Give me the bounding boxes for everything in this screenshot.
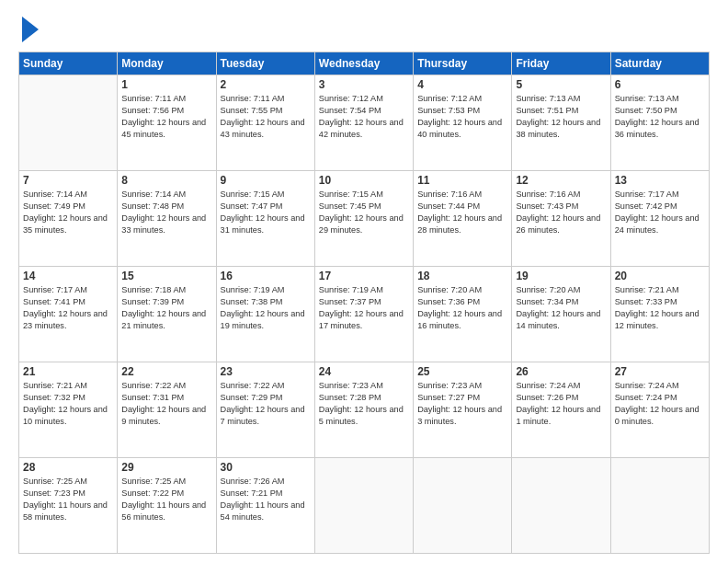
cell-sun-info: Sunrise: 7:14 AM Sunset: 7:49 PM Dayligh…	[23, 189, 113, 236]
header	[18, 15, 710, 42]
cell-sun-info: Sunrise: 7:21 AM Sunset: 7:33 PM Dayligh…	[615, 284, 705, 332]
cell-sun-info: Sunrise: 7:19 AM Sunset: 7:37 PM Dayligh…	[319, 284, 409, 332]
day-number: 18	[417, 270, 507, 282]
calendar-cell: 27Sunrise: 7:24 AM Sunset: 7:24 PM Dayli…	[610, 362, 709, 458]
cell-sun-info: Sunrise: 7:20 AM Sunset: 7:36 PM Dayligh…	[417, 284, 507, 332]
cell-sun-info: Sunrise: 7:22 AM Sunset: 7:29 PM Dayligh…	[221, 380, 311, 428]
day-header-sunday: Sunday	[19, 52, 118, 75]
day-header-monday: Monday	[118, 52, 216, 75]
day-number: 28	[23, 461, 113, 474]
calendar-cell: 4Sunrise: 7:12 AM Sunset: 7:53 PM Daylig…	[414, 75, 512, 171]
calendar-week-1: 1Sunrise: 7:11 AM Sunset: 7:56 PM Daylig…	[19, 75, 710, 171]
calendar-cell: 5Sunrise: 7:13 AM Sunset: 7:51 PM Daylig…	[512, 75, 610, 171]
day-number: 1	[121, 78, 211, 91]
calendar-cell	[414, 458, 512, 554]
cell-sun-info: Sunrise: 7:21 AM Sunset: 7:32 PM Dayligh…	[23, 380, 113, 428]
cell-sun-info: Sunrise: 7:16 AM Sunset: 7:44 PM Dayligh…	[417, 189, 507, 236]
cell-sun-info: Sunrise: 7:11 AM Sunset: 7:55 PM Dayligh…	[221, 93, 311, 141]
day-number: 30	[221, 461, 311, 474]
day-header-wednesday: Wednesday	[314, 52, 413, 75]
cell-sun-info: Sunrise: 7:17 AM Sunset: 7:42 PM Dayligh…	[615, 189, 705, 236]
day-number: 7	[23, 174, 113, 187]
day-number: 4	[417, 78, 507, 91]
cell-sun-info: Sunrise: 7:16 AM Sunset: 7:43 PM Dayligh…	[516, 189, 606, 236]
cell-sun-info: Sunrise: 7:15 AM Sunset: 7:47 PM Dayligh…	[221, 189, 311, 236]
calendar-cell: 28Sunrise: 7:25 AM Sunset: 7:23 PM Dayli…	[19, 458, 118, 554]
day-number: 12	[516, 174, 606, 187]
day-number: 6	[615, 78, 705, 91]
day-number: 11	[417, 174, 507, 187]
day-number: 21	[23, 365, 113, 378]
calendar-cell: 1Sunrise: 7:11 AM Sunset: 7:56 PM Daylig…	[118, 75, 216, 171]
day-number: 14	[23, 270, 113, 282]
calendar: SundayMondayTuesdayWednesdayThursdayFrid…	[18, 52, 710, 554]
cell-sun-info: Sunrise: 7:17 AM Sunset: 7:41 PM Dayligh…	[23, 284, 113, 332]
calendar-cell: 19Sunrise: 7:20 AM Sunset: 7:34 PM Dayli…	[512, 267, 610, 362]
cell-sun-info: Sunrise: 7:23 AM Sunset: 7:27 PM Dayligh…	[417, 380, 507, 428]
calendar-cell: 10Sunrise: 7:15 AM Sunset: 7:45 PM Dayli…	[314, 171, 413, 267]
day-header-tuesday: Tuesday	[216, 52, 314, 75]
cell-sun-info: Sunrise: 7:15 AM Sunset: 7:45 PM Dayligh…	[319, 189, 409, 236]
day-number: 22	[121, 365, 211, 378]
day-number: 2	[221, 78, 311, 91]
day-header-thursday: Thursday	[414, 52, 512, 75]
calendar-cell	[19, 75, 118, 171]
cell-sun-info: Sunrise: 7:11 AM Sunset: 7:56 PM Dayligh…	[121, 93, 211, 141]
day-number: 24	[319, 365, 409, 378]
logo-arrow-icon	[22, 17, 39, 42]
day-number: 5	[516, 78, 606, 91]
calendar-week-5: 28Sunrise: 7:25 AM Sunset: 7:23 PM Dayli…	[19, 458, 710, 554]
day-number: 9	[221, 174, 311, 187]
day-header-friday: Friday	[512, 52, 610, 75]
calendar-cell: 21Sunrise: 7:21 AM Sunset: 7:32 PM Dayli…	[19, 362, 118, 458]
day-number: 15	[121, 270, 211, 282]
calendar-cell: 30Sunrise: 7:26 AM Sunset: 7:21 PM Dayli…	[216, 458, 314, 554]
calendar-week-3: 14Sunrise: 7:17 AM Sunset: 7:41 PM Dayli…	[19, 267, 710, 362]
day-number: 10	[319, 174, 409, 187]
calendar-week-2: 7Sunrise: 7:14 AM Sunset: 7:49 PM Daylig…	[19, 171, 710, 267]
day-number: 29	[121, 461, 211, 474]
day-number: 19	[516, 270, 606, 282]
calendar-cell	[610, 458, 709, 554]
cell-sun-info: Sunrise: 7:25 AM Sunset: 7:22 PM Dayligh…	[121, 476, 211, 523]
calendar-cell: 29Sunrise: 7:25 AM Sunset: 7:22 PM Dayli…	[118, 458, 216, 554]
calendar-cell: 22Sunrise: 7:22 AM Sunset: 7:31 PM Dayli…	[118, 362, 216, 458]
calendar-cell: 14Sunrise: 7:17 AM Sunset: 7:41 PM Dayli…	[19, 267, 118, 362]
logo	[18, 15, 39, 42]
day-number: 23	[221, 365, 311, 378]
calendar-cell: 13Sunrise: 7:17 AM Sunset: 7:42 PM Dayli…	[610, 171, 709, 267]
day-number: 3	[319, 78, 409, 91]
day-number: 26	[516, 365, 606, 378]
day-number: 16	[221, 270, 311, 282]
cell-sun-info: Sunrise: 7:22 AM Sunset: 7:31 PM Dayligh…	[121, 380, 211, 428]
cell-sun-info: Sunrise: 7:24 AM Sunset: 7:24 PM Dayligh…	[615, 380, 705, 428]
cell-sun-info: Sunrise: 7:12 AM Sunset: 7:54 PM Dayligh…	[319, 93, 409, 141]
day-header-saturday: Saturday	[610, 52, 709, 75]
calendar-cell: 11Sunrise: 7:16 AM Sunset: 7:44 PM Dayli…	[414, 171, 512, 267]
calendar-cell: 20Sunrise: 7:21 AM Sunset: 7:33 PM Dayli…	[610, 267, 709, 362]
cell-sun-info: Sunrise: 7:19 AM Sunset: 7:38 PM Dayligh…	[221, 284, 311, 332]
calendar-cell: 12Sunrise: 7:16 AM Sunset: 7:43 PM Dayli…	[512, 171, 610, 267]
cell-sun-info: Sunrise: 7:18 AM Sunset: 7:39 PM Dayligh…	[121, 284, 211, 332]
calendar-cell: 24Sunrise: 7:23 AM Sunset: 7:28 PM Dayli…	[314, 362, 413, 458]
day-number: 8	[121, 174, 211, 187]
cell-sun-info: Sunrise: 7:25 AM Sunset: 7:23 PM Dayligh…	[23, 476, 113, 523]
day-number: 20	[615, 270, 705, 282]
calendar-cell: 17Sunrise: 7:19 AM Sunset: 7:37 PM Dayli…	[314, 267, 413, 362]
calendar-header-row: SundayMondayTuesdayWednesdayThursdayFrid…	[19, 52, 710, 75]
calendar-cell: 25Sunrise: 7:23 AM Sunset: 7:27 PM Dayli…	[414, 362, 512, 458]
day-number: 17	[319, 270, 409, 282]
calendar-cell	[512, 458, 610, 554]
cell-sun-info: Sunrise: 7:24 AM Sunset: 7:26 PM Dayligh…	[516, 380, 606, 428]
cell-sun-info: Sunrise: 7:20 AM Sunset: 7:34 PM Dayligh…	[516, 284, 606, 332]
cell-sun-info: Sunrise: 7:26 AM Sunset: 7:21 PM Dayligh…	[221, 476, 311, 523]
calendar-cell: 8Sunrise: 7:14 AM Sunset: 7:48 PM Daylig…	[118, 171, 216, 267]
calendar-cell: 16Sunrise: 7:19 AM Sunset: 7:38 PM Dayli…	[216, 267, 314, 362]
calendar-cell: 9Sunrise: 7:15 AM Sunset: 7:47 PM Daylig…	[216, 171, 314, 267]
calendar-cell: 26Sunrise: 7:24 AM Sunset: 7:26 PM Dayli…	[512, 362, 610, 458]
calendar-cell	[314, 458, 413, 554]
calendar-cell: 3Sunrise: 7:12 AM Sunset: 7:54 PM Daylig…	[314, 75, 413, 171]
day-number: 25	[417, 365, 507, 378]
calendar-cell: 6Sunrise: 7:13 AM Sunset: 7:50 PM Daylig…	[610, 75, 709, 171]
cell-sun-info: Sunrise: 7:14 AM Sunset: 7:48 PM Dayligh…	[121, 189, 211, 236]
